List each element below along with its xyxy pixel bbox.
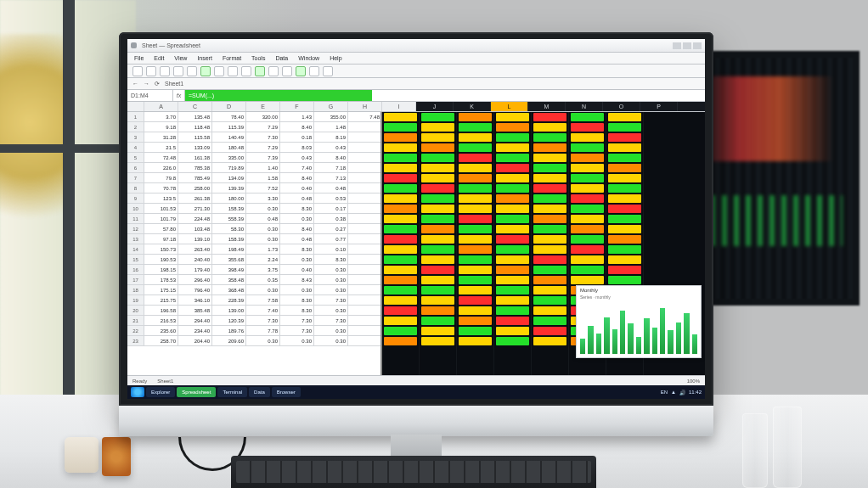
cell[interactable]	[348, 173, 380, 182]
heat-cell[interactable]	[457, 112, 493, 122]
row-number[interactable]: 8	[127, 183, 144, 193]
toolbar-button[interactable]	[228, 66, 238, 76]
cell[interactable]: 72.48	[144, 153, 178, 162]
toolbar-button[interactable]	[309, 66, 319, 76]
name-box[interactable]: D1:M4	[127, 90, 173, 101]
cell[interactable]: 118.48	[178, 122, 212, 132]
heat-cell[interactable]	[494, 204, 531, 214]
cell[interactable]: 8.03	[280, 143, 314, 152]
menu-format[interactable]: Format	[223, 55, 241, 61]
heat-cell[interactable]	[457, 163, 493, 173]
cell[interactable]: 0.48	[280, 194, 314, 203]
col-header-A[interactable]: A	[144, 102, 178, 111]
row-number[interactable]: 6	[127, 163, 144, 172]
cell[interactable]: 7.30	[280, 316, 314, 325]
cell[interactable]: 2.24	[246, 255, 280, 264]
table-row[interactable]: 14150.73263.40198.491.738.300.100.30	[127, 244, 380, 255]
system-tray[interactable]: EN▲🔊11:42	[661, 390, 702, 395]
cell[interactable]: 224.48	[178, 214, 212, 223]
table-row[interactable]: 17178.53296.40358.480.358.430.300.30	[127, 275, 380, 285]
heat-column[interactable]	[532, 112, 569, 375]
tray-item[interactable]: ▲	[671, 390, 676, 395]
table-row[interactable]: 10101.53271.30158.390.308.300.170.30	[127, 204, 380, 214]
heat-cell[interactable]	[457, 234, 493, 244]
toolbar-button[interactable]	[323, 66, 333, 76]
heat-cell[interactable]	[382, 244, 419, 255]
heat-cell[interactable]	[532, 306, 568, 316]
cell[interactable]: 719.89	[212, 163, 246, 172]
heat-cell[interactable]	[606, 204, 643, 214]
heat-cell[interactable]	[532, 244, 568, 255]
row-number[interactable]: 9	[127, 194, 144, 203]
heat-cell[interactable]	[606, 153, 643, 163]
cell[interactable]: 8.40	[280, 224, 314, 233]
heat-cell[interactable]	[494, 214, 531, 224]
cell[interactable]	[348, 326, 380, 335]
cell[interactable]: 190.53	[144, 255, 178, 264]
heat-cell[interactable]	[569, 173, 606, 183]
cell[interactable]: 8.40	[280, 122, 314, 132]
cell[interactable]: 1.40	[246, 163, 280, 172]
cell[interactable]: 180.00	[212, 194, 246, 203]
heat-cell[interactable]	[382, 143, 419, 153]
toolbar[interactable]	[127, 65, 705, 78]
cell[interactable]: 0.30	[280, 336, 314, 345]
menu-help[interactable]: Help	[330, 55, 341, 61]
heat-cell[interactable]	[382, 295, 419, 306]
heat-cell[interactable]	[532, 163, 568, 173]
taskbar-item[interactable]: Terminal	[217, 387, 247, 397]
heat-cell[interactable]	[420, 244, 456, 255]
heat-cell[interactable]	[532, 153, 568, 163]
menu-bar[interactable]: FileEditViewInsertFormatToolsDataWindowH…	[127, 53, 705, 65]
heat-column[interactable]	[494, 112, 532, 375]
tray-item[interactable]: 11:42	[689, 390, 702, 395]
cell[interactable]: 198.49	[212, 244, 246, 254]
cell[interactable]: 8.40	[280, 173, 314, 182]
heat-cell[interactable]	[457, 122, 493, 132]
heat-cell[interactable]	[494, 255, 531, 265]
row-number[interactable]: 5	[127, 153, 144, 162]
heat-cell[interactable]	[569, 255, 606, 265]
heat-cell[interactable]	[494, 306, 531, 316]
heat-cell[interactable]	[457, 326, 493, 336]
cell[interactable]: 358.48	[212, 275, 246, 284]
heat-cell[interactable]	[420, 234, 456, 244]
heat-cell[interactable]	[494, 153, 531, 163]
heat-cell[interactable]	[382, 214, 419, 224]
heat-cell[interactable]	[494, 224, 531, 234]
cell[interactable]: 58.30	[212, 224, 246, 233]
zoom-level[interactable]: 100%	[687, 379, 700, 384]
heat-cell[interactable]	[420, 214, 456, 224]
heat-cell[interactable]	[420, 316, 456, 326]
heat-cell[interactable]	[569, 194, 606, 204]
heat-cell[interactable]	[569, 143, 606, 153]
heat-cell[interactable]	[457, 265, 493, 275]
heat-cell[interactable]	[532, 224, 568, 234]
heat-cell[interactable]	[606, 234, 643, 244]
cell[interactable]: 0.30	[314, 275, 348, 284]
heat-cell[interactable]	[532, 122, 568, 132]
toolbar-button[interactable]	[132, 66, 143, 76]
cell[interactable]	[348, 336, 380, 345]
heat-cell[interactable]	[382, 153, 419, 163]
row-number[interactable]: 1	[127, 112, 144, 121]
cell[interactable]: 123.5	[144, 194, 178, 203]
heat-cell[interactable]	[532, 132, 568, 143]
heat-cell[interactable]	[382, 183, 419, 194]
cell[interactable]: 7.30	[246, 316, 280, 325]
cell[interactable]: 7.40	[246, 306, 280, 315]
heatmap-panel[interactable]: Monthly Series · monthly	[382, 112, 705, 375]
cell[interactable]: 133.09	[178, 143, 212, 152]
heat-cell[interactable]	[606, 194, 643, 204]
heat-cell[interactable]	[420, 326, 456, 336]
heat-cell[interactable]	[382, 234, 419, 244]
heat-cell[interactable]	[569, 224, 606, 234]
row-number[interactable]: 12	[127, 224, 144, 233]
minimize-button[interactable]	[673, 42, 681, 49]
cell[interactable]: 8.30	[280, 204, 314, 213]
heat-cell[interactable]	[382, 255, 419, 265]
toolbar-button[interactable]	[160, 66, 170, 76]
heat-cell[interactable]	[569, 265, 606, 275]
cell[interactable]: 0.30	[246, 234, 280, 244]
heat-cell[interactable]	[420, 295, 456, 306]
